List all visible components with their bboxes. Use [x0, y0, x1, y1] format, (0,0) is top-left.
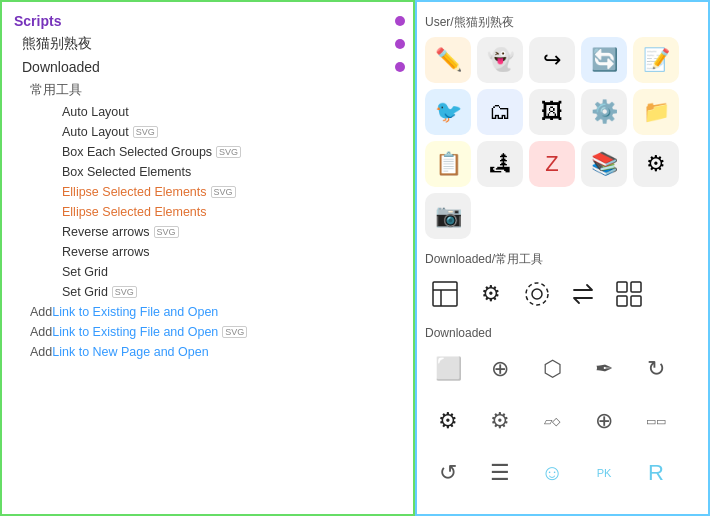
svg-point-3	[526, 283, 548, 305]
icon-home-image[interactable]: 🖼	[529, 89, 575, 135]
bullet-dot	[395, 16, 405, 26]
tree-item[interactable]: Add Link to Existing File and Open	[2, 302, 413, 322]
tree-item[interactable]: Add Link to New Page and Open	[2, 342, 413, 362]
tree-item[interactable]: Reverse arrows	[2, 242, 413, 262]
icon-edit-note[interactable]: 📋	[425, 141, 471, 187]
tree-item[interactable]: Add Link to Existing File and OpenSVG	[2, 322, 413, 342]
tree-item[interactable]: Auto Layout	[2, 102, 413, 122]
svg-badge: SVG	[211, 186, 236, 198]
icon-grid-pk[interactable]: PK	[581, 450, 627, 496]
link-text[interactable]: Link to New Page and Open	[52, 345, 208, 359]
svg-badge: SVG	[133, 126, 158, 138]
svg-rect-6	[631, 282, 641, 292]
icon-table-layout[interactable]	[425, 274, 465, 314]
tree-item[interactable]: Ellipse Selected Elements	[2, 202, 413, 222]
icon-arrow-right-curve[interactable]: ↪	[529, 37, 575, 83]
svg-rect-8	[631, 296, 641, 306]
icon-gear2[interactable]: ⚙	[633, 141, 679, 187]
svg-rect-7	[617, 296, 627, 306]
icon-target-cross[interactable]: ⊕	[581, 398, 627, 444]
icon-images[interactable]: 🏞	[477, 141, 523, 187]
link-text[interactable]: Link to Existing File and Open	[52, 305, 218, 319]
icon-folder-yellow[interactable]: 📁	[633, 89, 679, 135]
icon-grid-4[interactable]	[609, 274, 649, 314]
icon-file-arrow[interactable]: ⬜	[425, 346, 471, 392]
tree-item[interactable]: Downloaded	[2, 56, 413, 78]
icon-face-smile[interactable]: ☺	[529, 450, 575, 496]
svg-rect-0	[433, 282, 457, 306]
svg-badge: SVG	[154, 226, 179, 238]
icon-layers[interactable]: 🗂	[477, 89, 523, 135]
tree-item[interactable]: Set Grid	[2, 262, 413, 282]
tree-item[interactable]: Reverse arrowsSVG	[2, 222, 413, 242]
icon-sync-blue[interactable]: 🔄	[581, 37, 627, 83]
icon-refresh-arrows[interactable]: ↻	[633, 346, 679, 392]
icon-ghost[interactable]: 👻	[477, 37, 523, 83]
svg-point-4	[532, 289, 542, 299]
icon-zotero[interactable]: Z	[529, 141, 575, 187]
left-panel: Scripts熊猫别熟夜Downloaded常用工具Auto LayoutAut…	[0, 0, 415, 516]
icon-gear[interactable]: ⚙️	[581, 89, 627, 135]
tree-item[interactable]: Box Selected Elements	[2, 162, 413, 182]
icon-gear-dark[interactable]: ⚙	[471, 274, 511, 314]
icon-gear-settings[interactable]: ⚙	[477, 398, 523, 444]
tree-item[interactable]: Auto LayoutSVG	[2, 122, 413, 142]
icon-circle-dashed[interactable]	[517, 274, 557, 314]
icon-refresh-2[interactable]: ↺	[425, 450, 471, 496]
icon-bird-blue[interactable]: 🐦	[425, 89, 471, 135]
tree-item[interactable]: Ellipse Selected ElementsSVG	[2, 182, 413, 202]
section-label: User/熊猫别熟夜	[425, 14, 700, 31]
icon-book-gear[interactable]: 📚	[581, 141, 627, 187]
icon-grid: ⬜⊕⬡✒↻⚙⚙▱◇⊕▭▭↺☰☺PKR	[425, 346, 700, 496]
svg-badge: SVG	[112, 286, 137, 298]
section-label: Downloaded/常用工具	[425, 251, 700, 268]
tree-item[interactable]: Set GridSVG	[2, 282, 413, 302]
icon-note-yellow[interactable]: 📝	[633, 37, 679, 83]
icon-nodes[interactable]: ⬡	[529, 346, 575, 392]
icon-music-r[interactable]: R	[633, 450, 679, 496]
tree-item[interactable]: Scripts	[2, 10, 413, 32]
icon-file-add[interactable]: ⊕	[477, 346, 523, 392]
link-text[interactable]: Link to Existing File and Open	[52, 325, 218, 339]
icon-gear-bold[interactable]: ⚙	[425, 398, 471, 444]
tree-item[interactable]: 熊猫别熟夜	[2, 32, 413, 56]
icon-rect-linked[interactable]: ▭▭	[633, 398, 679, 444]
section-label: Downloaded	[425, 326, 700, 340]
bullet-dot	[395, 39, 405, 49]
svg-badge: SVG	[216, 146, 241, 158]
tree-item[interactable]: 常用工具	[2, 78, 413, 102]
svg-rect-5	[617, 282, 627, 292]
bullet-dot	[395, 62, 405, 72]
icon-camera-code[interactable]: 📷	[425, 193, 471, 239]
icon-list-file[interactable]: ☰	[477, 450, 523, 496]
icon-rect-diamond[interactable]: ▱◇	[529, 398, 575, 444]
svg-badge: SVG	[222, 326, 247, 338]
icon-arrows-swap[interactable]	[563, 274, 603, 314]
tree-item[interactable]: Box Each Selected GroupsSVG	[2, 142, 413, 162]
icon-pen-tool[interactable]: ✒	[581, 346, 627, 392]
icon-grid: ⚙	[425, 274, 700, 314]
icon-grid: ✏️👻↪🔄📝🐦🗂🖼⚙️📁📋🏞Z📚⚙📷	[425, 37, 700, 239]
icon-pencil[interactable]: ✏️	[425, 37, 471, 83]
right-panel: User/熊猫别熟夜✏️👻↪🔄📝🐦🗂🖼⚙️📁📋🏞Z📚⚙📷Downloaded/常…	[415, 0, 710, 516]
